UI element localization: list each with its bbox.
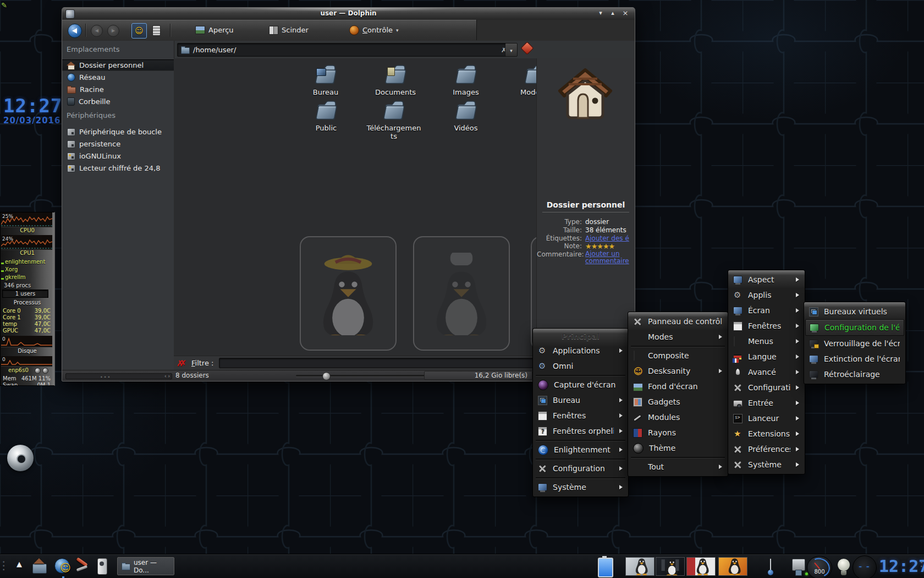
sidebar-item-loop-device[interactable]: Périphérique de boucle: [62, 126, 174, 138]
preview-button[interactable]: Aperçu: [193, 23, 236, 37]
shelf-up-arrow-button[interactable]: [12, 560, 26, 572]
location-dropdown-button[interactable]: [505, 43, 518, 57]
menu-item-applications[interactable]: Applications: [534, 343, 627, 358]
zoom-slider[interactable]: [296, 375, 425, 377]
desktop-pager-1[interactable]: [625, 557, 654, 576]
folder-bureau[interactable]: Bureau: [295, 64, 356, 96]
sidebar-item-network[interactable]: Réseau: [62, 72, 174, 83]
menu-item-langue[interactable]: Langue: [729, 349, 804, 364]
taskbar-clock: 12:27: [879, 557, 924, 576]
menu-item-lost-windows[interactable]: Fenêtres orphelines: [534, 423, 627, 439]
desktop-pager-3[interactable]: [686, 557, 716, 576]
sidebar-item-encrypted-drive[interactable]: Lecteur chiffré de 24,8: [62, 162, 174, 174]
icons-view-button[interactable]: ☺: [131, 23, 147, 39]
browser-launcher[interactable]: ☺: [53, 557, 72, 576]
sidebar-item-persistence[interactable]: persistence: [62, 138, 174, 150]
taskbar-grip-icon[interactable]: ••: [920, 561, 923, 569]
taskbar-grip-icon[interactable]: •••: [2, 560, 5, 572]
menu-item-fenetres[interactable]: Fenêtres: [729, 318, 804, 334]
utilities-launcher[interactable]: [73, 557, 92, 576]
menu-item-enlightenment[interactable]: Enlightenment: [534, 442, 627, 457]
desktop-overlay-icon: [316, 68, 326, 76]
bookmark-icon[interactable]: [520, 41, 534, 54]
folder-telechargements[interactable]: Téléchargements: [365, 100, 422, 140]
menu-item-screen-configuration[interactable]: Configuration de l'écran: [805, 319, 904, 336]
audio-launcher[interactable]: [93, 557, 112, 576]
close-button[interactable]: [620, 9, 631, 18]
thermometer-icon[interactable]: [768, 559, 773, 575]
task-button-dolphin[interactable]: user — Do...: [117, 557, 174, 575]
zoom-slider-handle[interactable]: [322, 372, 331, 380]
menu-item-wallpaper[interactable]: Fond d'écran: [629, 379, 727, 394]
cpu-frequency-gauge[interactable]: 800: [807, 556, 832, 578]
menu-item-extensions[interactable]: Extensions: [729, 426, 804, 441]
network-connector-icon[interactable]: [790, 558, 806, 575]
menu-item-desksanity[interactable]: Desksanity: [629, 363, 727, 379]
desktop-pager-2[interactable]: [656, 557, 685, 576]
menu-item-lanceur[interactable]: Lanceur: [729, 411, 804, 426]
menu-item-menus[interactable]: Menus: [729, 334, 804, 349]
menu-item-composite[interactable]: Composite: [629, 348, 727, 363]
split-button[interactable]: Scinder: [267, 23, 311, 37]
menu-item-omni[interactable]: Omni: [534, 358, 627, 374]
menu-item-modes[interactable]: Modes: [629, 329, 727, 345]
menu-item-systeme[interactable]: Système: [729, 457, 804, 472]
wallpaper-icon: [633, 383, 643, 391]
menu-item-ecran[interactable]: Écran: [729, 303, 804, 318]
filter-clear-icon[interactable]: [177, 358, 183, 368]
back-orb-button[interactable]: [68, 24, 82, 38]
minimize-button[interactable]: [595, 9, 606, 18]
mixer-knob-icon[interactable]: [853, 555, 877, 578]
desktop-pager-4[interactable]: [718, 557, 747, 576]
light-bulb-icon[interactable]: [837, 559, 851, 575]
menu-item-configuration[interactable]: Configuration: [729, 380, 804, 395]
menu-item-entree[interactable]: Entrée: [729, 395, 804, 411]
menu-item-avance[interactable]: Avancé: [729, 364, 804, 380]
menu-item-rayons[interactable]: Rayons: [629, 425, 727, 440]
add-tags-link[interactable]: Ajouter des é: [585, 235, 634, 242]
menu-item-preferences[interactable]: Préférences: [729, 441, 804, 457]
menu-item-modules[interactable]: Modules: [629, 410, 727, 425]
menu-item-screenshot[interactable]: Capture d'écran: [534, 377, 627, 392]
sidebar-item-trash[interactable]: Corbeille: [62, 96, 174, 107]
drive-gold-icon: [67, 152, 75, 160]
menu-item-control-panel[interactable]: Panneau de contrôle: [629, 314, 727, 329]
folder-public[interactable]: Public: [296, 100, 356, 132]
menu-item-desktop[interactable]: Bureau: [534, 392, 627, 408]
menu-item-theme[interactable]: Thème: [629, 440, 727, 456]
penguin-art-frame: [413, 236, 510, 351]
control-button[interactable]: Contrôle: [347, 23, 401, 37]
menu-item-windows[interactable]: Fenêtres: [534, 408, 627, 423]
rating-stars[interactable]: ★★★★★: [585, 242, 634, 250]
menu-item-configuration[interactable]: Configuration: [534, 461, 627, 476]
menu-item-virtual-desktops[interactable]: Bureaux virtuels: [805, 304, 904, 319]
menu-item-screen-lock[interactable]: Verrouillage de l'écran: [805, 336, 904, 351]
menu-item-all[interactable]: Tout: [629, 459, 727, 475]
forward-button[interactable]: [107, 25, 119, 37]
menu-item-aspect[interactable]: Aspect: [729, 272, 804, 287]
drive-icon: [67, 128, 75, 136]
cd-disc-icon[interactable]: [7, 445, 34, 471]
titlebar[interactable]: user — Dolphin: [62, 8, 635, 20]
folder-images[interactable]: Images: [436, 64, 496, 96]
details-view-button[interactable]: [149, 23, 163, 37]
back-button[interactable]: [91, 25, 103, 37]
sidebar-item-home[interactable]: Dossier personnel: [62, 59, 174, 71]
menu-item-system[interactable]: Système: [534, 479, 627, 495]
devices-header: Périphériques: [67, 111, 116, 119]
folder-documents[interactable]: Documents: [365, 64, 426, 96]
menu-item-gadgets[interactable]: Gadgets: [629, 394, 727, 410]
add-comment-link[interactable]: Ajouter un commentaire: [585, 250, 634, 265]
menu-item-applis[interactable]: Applis: [729, 287, 804, 303]
menu-item-backlight[interactable]: Rétroéclairage: [805, 367, 904, 382]
location-bar[interactable]: /home/user/: [177, 43, 510, 57]
toolbar: ☺ Aperçu Scinder Contrôle: [62, 20, 635, 41]
battery-icon[interactable]: [598, 558, 613, 577]
maximize-button[interactable]: [607, 9, 618, 18]
sidebar-horizontal-scrollbar[interactable]: [65, 373, 172, 379]
file-manager-launcher[interactable]: [30, 557, 49, 576]
sidebar-item-iognulinux[interactable]: ioGNULinux: [62, 150, 174, 162]
menu-item-screen-off[interactable]: Extinction de l'écran: [805, 351, 904, 367]
sidebar-item-root[interactable]: Racine: [62, 84, 174, 95]
folder-videos[interactable]: Vidéos: [436, 100, 496, 132]
